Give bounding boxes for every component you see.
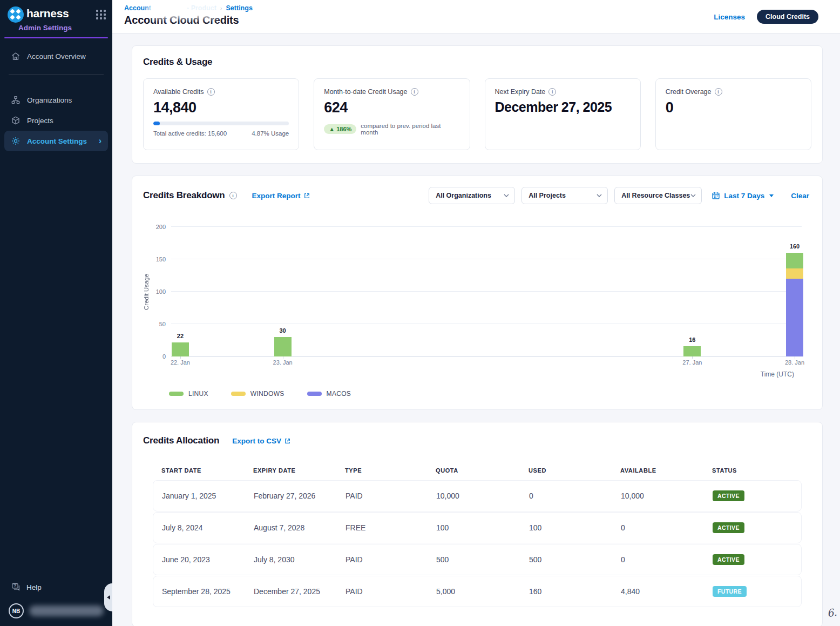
chart-plot: 2222. Jan3023. Jan1627. Jan16028. Jan xyxy=(171,227,802,356)
export-report-link[interactable]: Export Report xyxy=(252,192,310,200)
table-row[interactable]: September 28, 2025December 27, 2025PAID5… xyxy=(153,576,802,607)
breadcrumb-settings[interactable]: Settings xyxy=(226,4,253,12)
projects-filter-value: All Projects xyxy=(529,192,566,199)
gridline xyxy=(171,259,802,259)
chevron-down-icon xyxy=(504,194,509,197)
bar-segment-linux[interactable] xyxy=(274,337,292,356)
stat-next-expiry: Next Expiry Datei December 27, 2025 xyxy=(485,78,641,150)
cell-expiry: August 7, 2028 xyxy=(254,523,346,532)
user-name-redacted xyxy=(29,605,104,616)
cell-quota: 100 xyxy=(436,523,529,532)
cell-available: 4,840 xyxy=(621,587,713,596)
info-icon[interactable]: i xyxy=(229,192,237,199)
help-label: Help xyxy=(26,583,42,591)
page-header: Account - Product › Settings Account Clo… xyxy=(112,0,840,33)
chart-bar[interactable] xyxy=(172,342,189,356)
allocation-table: START DATEEXPIRY DATETYPEQUOTAUSEDAVAILA… xyxy=(153,461,802,607)
cube-icon xyxy=(11,116,21,125)
clear-filters-link[interactable]: Clear xyxy=(791,192,809,200)
allocation-table-body: January 1, 2025February 27, 2026PAID10,0… xyxy=(153,480,802,607)
info-icon[interactable]: i xyxy=(411,88,418,96)
info-icon[interactable]: i xyxy=(548,88,556,96)
legend-swatch xyxy=(307,392,322,396)
gridline xyxy=(171,356,802,356)
bar-segment-linux[interactable] xyxy=(786,253,803,268)
bar-segment-macos[interactable] xyxy=(786,279,803,356)
stat-available-credits: Available Creditsi 14,840 Total active c… xyxy=(143,78,299,150)
cell-available: 0 xyxy=(621,523,713,532)
legend-item-windows[interactable]: WINDOWS xyxy=(231,390,284,398)
column-header: AVAILABLE xyxy=(620,467,712,474)
chart-bar[interactable] xyxy=(683,346,701,356)
bar-segment-linux[interactable] xyxy=(172,342,189,356)
cell-type: PAID xyxy=(346,492,436,500)
gridline xyxy=(171,291,802,292)
x-tick-mark xyxy=(283,356,283,359)
x-tick-mark xyxy=(180,356,181,359)
stat-label: Credit Overage xyxy=(666,88,712,96)
date-range-picker[interactable]: Last 7 Days xyxy=(712,191,774,200)
sidebar-item-account-overview[interactable]: Account Overview xyxy=(4,46,108,66)
cell-quota: 10,000 xyxy=(436,492,529,500)
app-grid-icon[interactable] xyxy=(96,10,106,19)
bar-segment-windows[interactable] xyxy=(786,268,803,279)
gridline xyxy=(171,226,802,227)
export-csv-label: Export to CSV xyxy=(232,437,281,445)
chart-bar[interactable] xyxy=(786,253,803,356)
sidebar-item-account-settings[interactable]: Account Settings › xyxy=(4,131,108,151)
breadcrumb-product[interactable]: - Product xyxy=(187,4,216,12)
resource-classes-filter[interactable]: All Resource Classes xyxy=(614,187,702,204)
usage-progress-fill xyxy=(153,122,160,125)
cell-available: 10,000 xyxy=(621,492,713,500)
table-row[interactable]: July 8, 2024August 7, 2028FREE1001000ACT… xyxy=(153,512,802,543)
column-header: USED xyxy=(529,467,620,474)
chart-bar[interactable] xyxy=(274,337,292,356)
licenses-link[interactable]: Licenses xyxy=(714,13,745,21)
bar-segment-linux[interactable] xyxy=(683,346,701,356)
sidebar-item-organizations[interactable]: Organizations xyxy=(4,90,108,110)
chevron-right-icon: › xyxy=(99,137,101,145)
column-header: QUOTA xyxy=(436,467,529,474)
y-tick-label: 0 xyxy=(162,353,166,360)
y-tick-label: 150 xyxy=(156,256,166,262)
change-note: compared to prev. period last month xyxy=(361,123,459,136)
sidebar-item-projects[interactable]: Projects xyxy=(4,110,108,131)
x-tick-mark xyxy=(795,356,795,359)
cell-type: PAID xyxy=(346,587,436,596)
cloud-credits-button[interactable]: Cloud Credits xyxy=(757,10,818,24)
stat-mtd-usage: Month-to-date Credit Usagei 624 ▲ 186% c… xyxy=(314,78,470,150)
organizations-filter[interactable]: All Organizations xyxy=(429,187,515,204)
projects-filter[interactable]: All Projects xyxy=(521,187,608,204)
user-profile[interactable]: NB xyxy=(4,597,108,618)
info-icon[interactable]: i xyxy=(715,88,722,96)
bar-value-label: 30 xyxy=(279,327,286,334)
info-icon[interactable]: i xyxy=(207,88,215,96)
cell-type: PAID xyxy=(346,555,436,564)
help-button[interactable]: ? Help xyxy=(4,577,108,597)
sidebar-collapse-handle[interactable] xyxy=(104,583,112,611)
cell-available: 0 xyxy=(621,555,713,564)
cell-expiry: December 27, 2025 xyxy=(254,587,346,596)
legend-item-linux[interactable]: LINUX xyxy=(169,390,208,398)
table-row[interactable]: June 20, 2023July 8, 2030PAID5005000ACTI… xyxy=(153,544,802,575)
credit-usage-chart: Credit Usage 050100150200 2222. Jan3023.… xyxy=(143,220,809,378)
brand-name: harness xyxy=(26,5,69,22)
collapse-arrow-icon xyxy=(107,595,110,600)
cell-quota: 500 xyxy=(436,555,529,564)
cell-expiry: July 8, 2030 xyxy=(254,555,346,564)
export-report-label: Export Report xyxy=(252,192,301,200)
export-csv-link[interactable]: Export to CSV xyxy=(232,437,291,445)
chevron-down-icon xyxy=(690,194,696,197)
cell-used: 160 xyxy=(529,587,621,596)
legend-swatch xyxy=(231,392,246,396)
table-row[interactable]: January 1, 2025February 27, 2026PAID10,0… xyxy=(153,480,802,511)
legend-item-macos[interactable]: MACOS xyxy=(307,390,351,398)
cell-start: June 20, 2023 xyxy=(162,555,254,564)
bar-value-label: 22 xyxy=(177,333,184,339)
cell-used: 0 xyxy=(529,492,621,500)
y-axis-ticks: 050100150200 xyxy=(150,227,171,356)
external-link-icon xyxy=(303,192,310,199)
breadcrumb-account[interactable]: Account xyxy=(124,4,151,12)
cell-type: FREE xyxy=(346,523,436,532)
module-subtitle: Admin Settings xyxy=(0,23,112,32)
